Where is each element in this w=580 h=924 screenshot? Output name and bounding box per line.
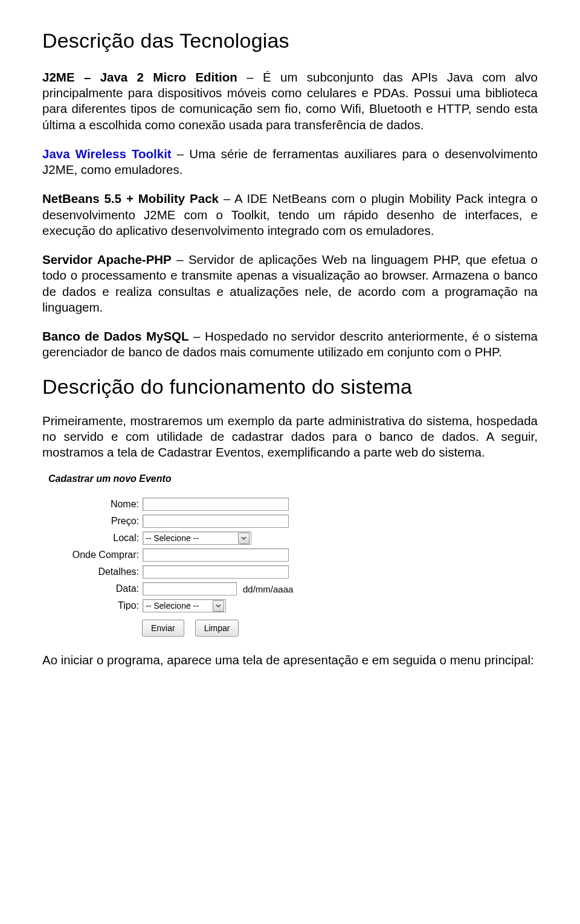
label-onde: Onde Comprar: [48,550,143,560]
input-detalhes[interactable] [143,565,289,579]
select-local[interactable]: -- Selecione -- [143,531,251,545]
chevron-down-icon [213,600,224,612]
paragraph-mysql: Banco de Dados MySQL – Hospedado no serv… [42,329,538,360]
input-preco[interactable] [143,515,289,528]
input-data[interactable] [143,582,237,595]
heading-tech: Descrição das Tecnologias [42,29,538,53]
label-preco: Preço: [48,516,143,527]
paragraph-start-program: Ao iniciar o programa, aparece uma tela … [42,652,538,668]
form-cadastrar-evento: Cadastrar um novo Evento Nome: Preço: Lo… [48,473,362,637]
form-title: Cadastrar um novo Evento [48,473,362,484]
term-mysql: Banco de Dados MySQL [42,329,189,343]
term-apache: Servidor Apache-PHP [42,252,172,266]
select-local-value: -- Selecione -- [146,533,236,543]
term-netbeans: NetBeans 5.5 + Mobility Pack [42,191,219,205]
paragraph-intro-system: Primeiramente, mostraremos um exemplo da… [42,413,538,461]
label-data: Data: [48,583,143,594]
input-nome[interactable] [143,498,289,511]
select-tipo[interactable]: -- Selecione -- [143,599,226,612]
paragraph-netbeans: NetBeans 5.5 + Mobility Pack – A IDE Net… [42,191,538,239]
chevron-down-icon [238,533,250,544]
hint-data-format: dd/mm/aaaa [243,584,293,594]
paragraph-apache: Servidor Apache-PHP – Servidor de aplica… [42,252,538,315]
paragraph-wireless-toolkit: Java Wireless Toolkit – Uma série de fer… [42,146,538,178]
term-j2me: J2ME – Java 2 Micro Edition [42,70,237,84]
input-onde[interactable] [143,548,289,562]
heading-system: Descrição do funcionamento do sistema [42,375,538,399]
select-tipo-value: -- Selecione -- [146,601,210,611]
label-nome: Nome: [48,499,143,510]
button-enviar[interactable]: Enviar [142,620,184,637]
term-wireless-toolkit: Java Wireless Toolkit [42,147,172,161]
label-tipo: Tipo: [48,600,143,611]
button-limpar[interactable]: Limpar [195,620,239,637]
label-local: Local: [48,533,143,544]
label-detalhes: Detalhes: [48,566,143,577]
paragraph-j2me: J2ME – Java 2 Micro Edition – É um subco… [42,69,538,133]
